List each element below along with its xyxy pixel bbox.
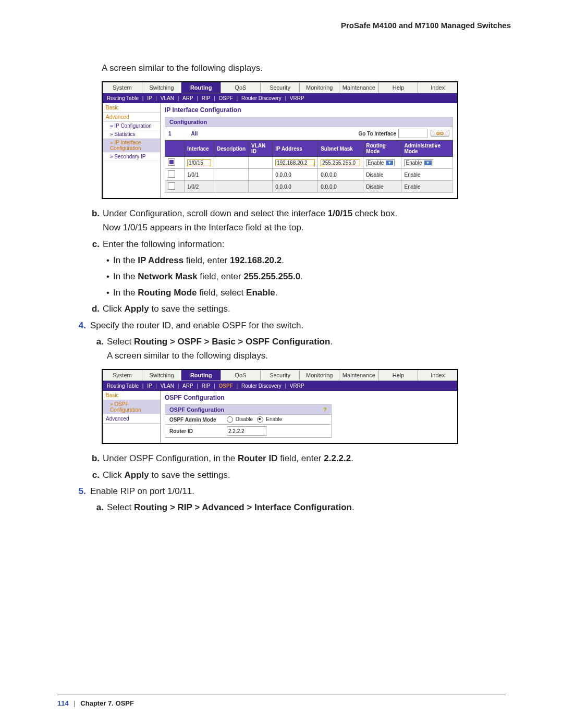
- step4b-marker: b.: [86, 451, 103, 465]
- tab-index[interactable]: Index: [418, 82, 457, 93]
- ospf-panel-header: OSPF Configuration ?: [165, 404, 332, 415]
- step4a-marker: a.: [90, 335, 107, 363]
- page-number: 114: [57, 699, 69, 707]
- tab-monitoring[interactable]: Monitoring: [300, 370, 339, 380]
- iface-cell: 1/0/1: [185, 169, 214, 181]
- tab-routing[interactable]: Routing: [181, 370, 221, 380]
- subtab-router-discovery[interactable]: Router Discovery: [241, 95, 282, 101]
- subtab-routing-table[interactable]: Routing Table: [107, 95, 139, 101]
- admin-mode-select[interactable]: Enable▼: [404, 159, 433, 166]
- subtab-arp[interactable]: ARP: [182, 383, 193, 389]
- router-id-input[interactable]: [227, 426, 266, 436]
- vlan-cell: [249, 169, 273, 181]
- doc-header: ProSafe M4100 and M7100 Managed Switches: [52, 21, 511, 30]
- rmode-cell: Disable: [363, 181, 401, 193]
- table-row: 1/0/2 0.0.0.0 0.0.0.0 Disable Enable: [165, 181, 453, 193]
- subtab-vlan[interactable]: VLAN: [161, 95, 174, 101]
- col-checkbox: [165, 141, 185, 157]
- sidebar-ip-config[interactable]: » IP Configuration: [103, 122, 160, 130]
- tab-qos[interactable]: QoS: [221, 370, 261, 380]
- col-rmode: Routing Mode: [363, 141, 401, 157]
- step-d-marker: d.: [86, 302, 103, 316]
- help-icon[interactable]: ?: [323, 406, 327, 413]
- subtab-rip[interactable]: RIP: [202, 95, 211, 101]
- tab-maintenance[interactable]: Maintenance: [339, 370, 379, 380]
- amode-cell: Enable: [401, 169, 453, 181]
- step-c-text: Enter the following information: •In the…: [103, 237, 511, 300]
- ip-cell: 0.0.0.0: [273, 169, 318, 181]
- sidebar-basic[interactable]: Basic: [103, 391, 160, 400]
- page-all[interactable]: All: [179, 131, 210, 137]
- enable-radio[interactable]: [257, 416, 263, 423]
- tab-routing[interactable]: Routing: [181, 82, 221, 93]
- tab-help[interactable]: Help: [379, 82, 419, 93]
- tab-system[interactable]: System: [103, 370, 142, 380]
- step5a-marker: a.: [90, 500, 107, 514]
- step-b-text: Under Configuration, scroll down and sel…: [103, 206, 511, 235]
- amode-cell: Enable: [401, 181, 453, 193]
- intro-text: A screen similar to the following displa…: [102, 61, 511, 75]
- sidebar-ip-interface-config[interactable]: » IP Interface Configuration: [103, 139, 160, 153]
- subtab-router-discovery[interactable]: Router Discovery: [241, 383, 282, 389]
- go-button[interactable]: GO: [431, 130, 449, 137]
- ip-interface-screenshot: System Switching Routing QoS Security Mo…: [102, 81, 458, 199]
- col-amode: Administrative Mode: [401, 141, 453, 157]
- mask-cell: 0.0.0.0: [318, 181, 363, 193]
- sidebar-stats[interactable]: » Statistics: [103, 130, 160, 139]
- ospf-section-title: OSPF Configuration: [165, 394, 453, 401]
- sidebar-advanced[interactable]: Advanced: [103, 414, 160, 424]
- row-checkbox[interactable]: [168, 170, 175, 178]
- subtab-routing-table[interactable]: Routing Table: [107, 383, 139, 389]
- step5-marker: 5.: [70, 484, 90, 514]
- ospf-routerid-row: Router ID: [165, 425, 332, 438]
- subtab-vrrp[interactable]: VRRP: [290, 383, 304, 389]
- step4-marker: 4.: [70, 318, 90, 363]
- ip-address-input[interactable]: 192.168.20.2: [275, 159, 315, 166]
- sub-tabs: Routing Table | IP | VLAN | ARP | RIP | …: [103, 93, 457, 103]
- page-1[interactable]: 1: [168, 131, 179, 137]
- disable-radio[interactable]: [227, 416, 233, 423]
- step4a-text: Select Routing > OSPF > Basic > OSPF Con…: [107, 335, 511, 363]
- subtab-arp[interactable]: ARP: [182, 95, 193, 101]
- row-checkbox[interactable]: [168, 158, 175, 166]
- sidebar-secondary-ip[interactable]: » Secondary IP: [103, 153, 160, 161]
- tab-switching[interactable]: Switching: [142, 370, 182, 380]
- tab-qos[interactable]: QoS: [221, 82, 261, 93]
- step5-text: Enable RIP on port 1/0/11.: [90, 486, 194, 496]
- subtab-rip[interactable]: RIP: [202, 383, 211, 389]
- routing-mode-select[interactable]: Enable▼: [366, 159, 395, 166]
- vlan-cell: [249, 181, 273, 193]
- sidebar-basic[interactable]: Basic: [103, 103, 160, 113]
- tab-help[interactable]: Help: [379, 370, 419, 380]
- subnet-input[interactable]: 255.255.255.0: [321, 159, 360, 166]
- step4-text: Specify the router ID, and enable OSPF f…: [90, 320, 303, 330]
- tab-security[interactable]: Security: [261, 82, 300, 93]
- tab-monitoring[interactable]: Monitoring: [300, 82, 339, 93]
- tab-system[interactable]: System: [103, 82, 142, 93]
- subtab-vlan[interactable]: VLAN: [161, 383, 174, 389]
- main-tabs: System Switching Routing QoS Security Mo…: [103, 82, 457, 93]
- configuration-heading: Configuration: [165, 117, 453, 127]
- chapter-label: Chapter 7. OSPF: [80, 699, 134, 707]
- tab-security[interactable]: Security: [261, 370, 300, 380]
- col-mask: Subnet Mask: [318, 141, 363, 157]
- chevron-down-icon: ▼: [424, 161, 432, 165]
- subtab-ip[interactable]: IP: [147, 95, 152, 101]
- step4c-marker: c.: [86, 468, 103, 482]
- left-sidebar-2: Basic » OSPF Configuration Advanced: [103, 391, 161, 443]
- ospf-admin-row: OSPF Admin Mode Disable Enable: [165, 415, 332, 425]
- tab-maintenance[interactable]: Maintenance: [339, 82, 379, 93]
- goto-input[interactable]: [398, 129, 427, 138]
- tab-switching[interactable]: Switching: [142, 82, 182, 93]
- table-row: 1/0/15 192.168.20.2 255.255.255.0 Enable…: [165, 157, 453, 169]
- sidebar-ospf-config[interactable]: » OSPF Configuration: [103, 400, 160, 414]
- sidebar-advanced[interactable]: Advanced: [103, 113, 160, 122]
- iface-input[interactable]: 1/0/15: [187, 159, 211, 166]
- subtab-ip[interactable]: IP: [147, 383, 152, 389]
- row-checkbox[interactable]: [168, 182, 175, 190]
- subtab-vrrp[interactable]: VRRP: [290, 95, 304, 101]
- subtab-ospf[interactable]: OSPF: [219, 383, 233, 389]
- subtab-ospf[interactable]: OSPF: [219, 95, 233, 101]
- goto-label: Go To Interface: [358, 131, 396, 137]
- tab-index[interactable]: Index: [418, 370, 457, 380]
